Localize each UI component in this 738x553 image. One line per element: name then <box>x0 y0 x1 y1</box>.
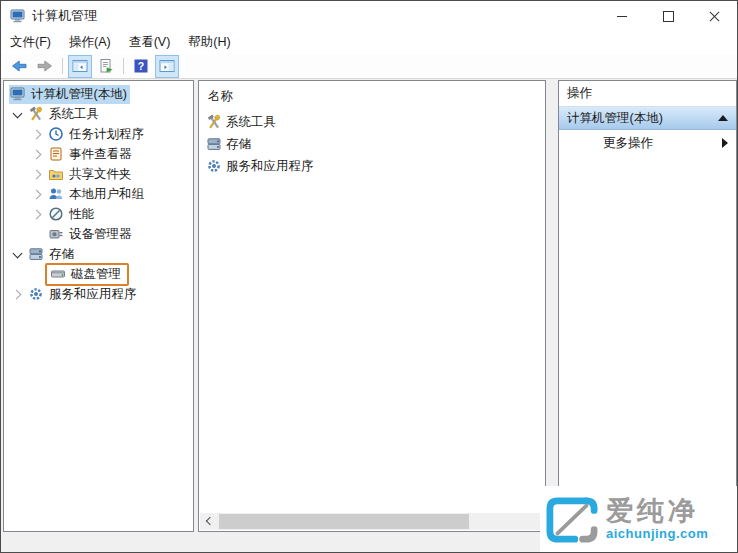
back-button[interactable] <box>7 55 31 78</box>
scrollbar-thumb[interactable] <box>219 514 469 529</box>
list-item-label: 服务和应用程序 <box>226 158 314 175</box>
menu-help[interactable]: 帮助(H) <box>179 31 239 54</box>
minimize-icon <box>617 16 627 17</box>
maximize-button[interactable] <box>645 1 691 31</box>
services-icon <box>206 158 222 174</box>
main-area: 计算机管理(本地) 系统工具 任务计划程序 <box>1 80 737 532</box>
chevron-right-icon[interactable] <box>33 189 43 199</box>
services-icon <box>28 286 44 302</box>
task-scheduler-icon <box>48 126 64 142</box>
toolbar-separator <box>62 58 63 74</box>
console-tree-toggle-icon <box>72 58 88 74</box>
tree-item-label: 事件查看器 <box>69 146 132 163</box>
export-list-button[interactable] <box>94 55 118 78</box>
device-manager-icon <box>48 226 64 242</box>
forward-button[interactable] <box>33 55 57 78</box>
list-item-storage[interactable]: 存储 <box>199 133 545 155</box>
chevron-right-icon[interactable] <box>33 209 43 219</box>
toolbar: ? <box>1 54 737 79</box>
list-item-label: 系统工具 <box>226 114 276 131</box>
computer-management-window: 计算机管理 文件(F) 操作(A) 查看(V) 帮助(H) ? <box>0 0 738 553</box>
svg-text:?: ? <box>138 60 144 72</box>
tree-item-local-users-groups[interactable]: 本地用户和组 <box>4 184 193 204</box>
chevron-right-icon[interactable] <box>33 149 43 159</box>
chevron-right-icon[interactable] <box>33 129 43 139</box>
tree-item-computer-management-local[interactable]: 计算机管理(本地) <box>4 84 193 104</box>
title-bar: 计算机管理 <box>1 1 737 31</box>
close-button[interactable] <box>691 1 737 31</box>
computer-icon <box>10 86 26 102</box>
tree-item-system-tools[interactable]: 系统工具 <box>4 104 193 124</box>
tree-item-performance[interactable]: 性能 <box>4 204 193 224</box>
list-item-label: 存储 <box>226 136 251 153</box>
tree-item-label: 磁盘管理 <box>71 266 121 283</box>
minimize-button[interactable] <box>599 1 645 31</box>
help-button[interactable]: ? <box>129 55 153 78</box>
tree-item-task-scheduler[interactable]: 任务计划程序 <box>4 124 193 144</box>
tree-item-label: 系统工具 <box>49 106 99 123</box>
list-item-system-tools[interactable]: 系统工具 <box>199 111 545 133</box>
more-actions-label: 更多操作 <box>603 135 653 152</box>
chevron-down-icon[interactable] <box>13 249 23 259</box>
collapse-up-icon[interactable] <box>718 115 728 121</box>
chevron-down-icon[interactable] <box>13 109 23 119</box>
chevron-right-icon[interactable] <box>33 169 43 179</box>
tree-item-label: 存储 <box>49 246 74 263</box>
local-users-icon <box>48 186 64 202</box>
tree-item-services-applications[interactable]: 服务和应用程序 <box>4 284 193 304</box>
menu-bar: 文件(F) 操作(A) 查看(V) 帮助(H) <box>1 31 737 54</box>
tree-selection-highlight: 计算机管理(本地) <box>9 85 130 104</box>
column-header-name[interactable]: 名称 <box>199 81 545 111</box>
action-pane-toggle-button[interactable] <box>155 55 179 78</box>
more-actions-item[interactable]: 更多操作 <box>559 130 736 156</box>
scroll-left-arrow-icon[interactable] <box>200 513 217 530</box>
expand-right-icon <box>722 138 728 148</box>
tree-item-disk-management[interactable]: 磁盘管理 <box>4 264 193 284</box>
horizontal-scrollbar[interactable] <box>200 513 544 530</box>
tree-item-storage[interactable]: 存储 <box>4 244 193 264</box>
chevron-placeholder <box>33 269 43 279</box>
actions-group-computer-management[interactable]: 计算机管理(本地) <box>559 107 736 130</box>
aichunjing-logo-icon <box>544 495 600 548</box>
watermark: 爱纯净 aichunjing.com <box>540 486 737 552</box>
tree-item-label: 任务计划程序 <box>69 126 144 143</box>
disk-management-icon <box>50 266 66 282</box>
chevron-right-icon[interactable] <box>13 289 23 299</box>
tree-item-label: 性能 <box>69 206 94 223</box>
computer-management-icon <box>10 8 26 24</box>
forward-arrow-icon <box>37 58 53 74</box>
actions-panel: 操作 计算机管理(本地) 更多操作 <box>558 80 737 532</box>
tree-item-label: 服务和应用程序 <box>49 286 137 303</box>
export-list-icon <box>98 58 114 74</box>
console-tree-toggle-button[interactable] <box>68 55 92 78</box>
results-list-panel: 名称 系统工具 存储 服务和应用程序 <box>198 80 546 532</box>
watermark-domain: aichunjing.com <box>606 526 708 541</box>
performance-icon <box>48 206 64 222</box>
console-tree-panel: 计算机管理(本地) 系统工具 任务计划程序 <box>3 80 194 532</box>
tools-icon <box>206 114 222 130</box>
list-item-services-applications[interactable]: 服务和应用程序 <box>199 155 545 177</box>
watermark-name: 爱纯净 <box>606 497 708 525</box>
menu-view[interactable]: 查看(V) <box>120 31 180 54</box>
menu-file[interactable]: 文件(F) <box>1 31 60 54</box>
toolbar-separator <box>123 58 124 74</box>
close-icon <box>709 11 720 22</box>
tree-item-device-manager[interactable]: 设备管理器 <box>4 224 193 244</box>
event-viewer-icon <box>48 146 64 162</box>
tree-item-event-viewer[interactable]: 事件查看器 <box>4 144 193 164</box>
tree-item-label: 本地用户和组 <box>69 186 144 203</box>
menu-action[interactable]: 操作(A) <box>60 31 120 54</box>
action-pane-toggle-icon <box>159 58 175 74</box>
back-arrow-icon <box>11 58 27 74</box>
tree-item-label: 共享文件夹 <box>69 166 132 183</box>
actions-group-title: 计算机管理(本地) <box>567 110 663 127</box>
storage-icon <box>28 246 44 262</box>
disk-management-highlight-box: 磁盘管理 <box>45 263 129 286</box>
tree-item-label: 计算机管理(本地) <box>31 86 127 103</box>
shared-folders-icon <box>48 166 64 182</box>
tools-icon <box>28 106 44 122</box>
actions-header: 操作 <box>559 81 736 107</box>
help-icon: ? <box>133 58 149 74</box>
window-title: 计算机管理 <box>32 7 97 25</box>
tree-item-shared-folders[interactable]: 共享文件夹 <box>4 164 193 184</box>
